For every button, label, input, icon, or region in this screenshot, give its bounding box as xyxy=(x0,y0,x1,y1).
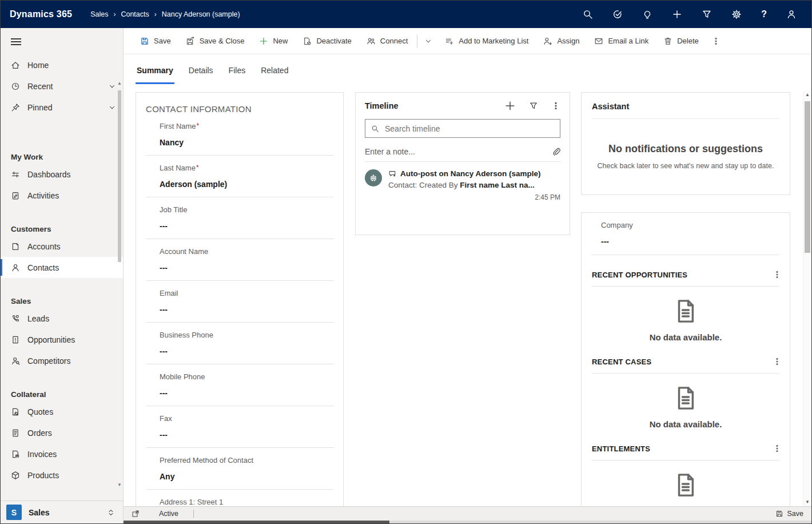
field-fax: Fax --- xyxy=(136,406,343,440)
delete-button[interactable]: Delete xyxy=(656,31,706,51)
filter-icon[interactable] xyxy=(702,9,712,19)
timeline-card: Timeline Enter a note... xyxy=(355,92,570,235)
sidebar-item-contacts[interactable]: Contacts xyxy=(1,257,123,278)
scroll-down-icon[interactable]: ▼ xyxy=(805,498,810,506)
document-lines-icon xyxy=(11,428,20,438)
sidebar-item-label: Pinned xyxy=(27,103,53,112)
app-title[interactable]: Dynamics 365 xyxy=(10,9,72,19)
scrollbar-thumb[interactable] xyxy=(805,101,810,253)
area-switcher[interactable]: S Sales xyxy=(1,501,123,523)
task-check-icon[interactable] xyxy=(612,9,623,19)
sidebar-item-competitors[interactable]: Competitors xyxy=(1,350,123,371)
sidebar-item-activities[interactable]: Activities xyxy=(1,185,123,206)
status-bar-divider xyxy=(193,510,194,518)
field-value[interactable]: Nancy xyxy=(160,138,334,148)
sidebar-item-quotes[interactable]: Quotes xyxy=(1,401,123,422)
tab-related[interactable]: Related xyxy=(260,66,289,84)
note-entry-row[interactable]: Enter a note... xyxy=(365,141,560,162)
breadcrumb-record[interactable]: Nancy Aderson (sample) xyxy=(162,10,240,18)
deactivate-button[interactable]: Deactivate xyxy=(295,31,359,51)
email-a-link-button[interactable]: Email a Link xyxy=(587,31,656,51)
connect-overflow-chevron[interactable] xyxy=(419,31,437,51)
chevron-down-icon[interactable] xyxy=(108,104,116,112)
scroll-up-icon[interactable]: ▲ xyxy=(117,81,122,86)
sidebar-scrollbar-thumb[interactable] xyxy=(118,90,121,262)
tab-details[interactable]: Details xyxy=(188,66,214,84)
statusbar-save-button[interactable]: Save xyxy=(775,510,804,518)
field-value[interactable]: --- xyxy=(160,305,334,315)
sidebar-item-label: Opportunities xyxy=(27,335,75,344)
tab-summary[interactable]: Summary xyxy=(136,66,174,84)
sidebar-item-recent[interactable]: Recent xyxy=(1,76,123,97)
sidebar-item-label: Accounts xyxy=(27,242,61,251)
field-value[interactable]: --- xyxy=(160,347,334,356)
timeline-add-icon[interactable] xyxy=(504,100,516,112)
recent-opportunities-empty-state: No data available. xyxy=(582,287,790,342)
timeline-filter-icon[interactable] xyxy=(529,101,538,110)
sidebar-item-products[interactable]: Products xyxy=(1,465,123,486)
breadcrumb-contacts[interactable]: Contacts xyxy=(121,10,149,18)
tab-files[interactable]: Files xyxy=(228,66,247,84)
timeline-title: Timeline xyxy=(365,101,399,110)
recent-opportunities-more-icon[interactable] xyxy=(773,270,782,279)
sales-area-tile: S xyxy=(6,505,22,520)
sidebar-item-accounts[interactable]: Accounts xyxy=(1,236,123,257)
timeline-post[interactable]: Auto-post on Nancy Aderson (sample) Cont… xyxy=(365,169,560,201)
entitlements-more-icon[interactable] xyxy=(773,444,782,453)
search-icon[interactable] xyxy=(583,9,593,19)
sidebar-scrollbar[interactable]: ▲ ▼ xyxy=(117,81,122,488)
paperclip-icon[interactable] xyxy=(551,147,560,156)
recent-cases-more-icon[interactable] xyxy=(773,357,782,366)
connect-button[interactable]: Connect xyxy=(359,31,415,51)
account-person-icon[interactable] xyxy=(786,9,797,19)
unfold-chevrons-icon[interactable] xyxy=(107,508,115,517)
field-value[interactable]: Aderson (sample) xyxy=(160,180,334,189)
hamburger-menu-icon[interactable] xyxy=(11,37,21,47)
main-area: Save Save & Close New Deactivate Connect xyxy=(124,28,811,523)
save-button[interactable]: Save xyxy=(133,31,178,51)
sidebar-item-leads[interactable]: Leads xyxy=(1,308,123,329)
scroll-up-icon[interactable]: ▲ xyxy=(805,91,810,99)
save-and-close-button[interactable]: Save & Close xyxy=(178,31,252,51)
dashboard-icon xyxy=(11,170,20,179)
help-icon[interactable]: ? xyxy=(761,9,767,19)
summary-tab-content: CONTACT INFORMATION First Name* Nancy La… xyxy=(124,84,811,506)
field-value[interactable]: --- xyxy=(160,221,334,231)
timeline-search-input[interactable] xyxy=(384,124,554,134)
sidebar-item-opportunities[interactable]: Opportunities xyxy=(1,329,123,350)
settings-gear-icon[interactable] xyxy=(731,9,742,19)
horizontal-scrollbar-thumb[interactable] xyxy=(124,521,389,523)
field-value[interactable]: Any xyxy=(160,472,334,482)
sidebar-item-home[interactable]: Home xyxy=(1,54,123,76)
new-button[interactable]: New xyxy=(252,31,295,51)
content-vertical-scrollbar[interactable]: ▲ ▼ xyxy=(803,91,811,506)
sidebar-section-customers: Customers xyxy=(1,217,123,233)
popout-icon[interactable] xyxy=(132,510,140,518)
sidebar-item-label: Competitors xyxy=(27,356,70,366)
add-to-marketing-list-button[interactable]: Add to Marketing List xyxy=(437,31,536,51)
field-value[interactable]: --- xyxy=(160,388,334,398)
command-bar-overflow-button[interactable] xyxy=(706,31,726,51)
field-value[interactable]: --- xyxy=(160,263,334,273)
lightbulb-icon[interactable] xyxy=(642,9,652,19)
chevron-down-icon[interactable] xyxy=(108,82,116,90)
sidebar-item-orders[interactable]: Orders xyxy=(1,422,123,443)
entitlements-title: ENTITLEMENTS xyxy=(592,444,650,453)
field-value[interactable]: --- xyxy=(160,430,334,440)
save-floppy-icon xyxy=(140,37,149,46)
assign-button[interactable]: Assign xyxy=(536,31,587,51)
clock-icon xyxy=(11,82,20,91)
horizontal-scrollbar[interactable] xyxy=(124,521,811,523)
scroll-down-icon[interactable]: ▼ xyxy=(117,482,122,488)
field-job-title: Job Title --- xyxy=(136,197,343,231)
breadcrumb-sales[interactable]: Sales xyxy=(90,10,108,18)
top-nav-bar: Dynamics 365 Sales › Contacts › Nancy Ad… xyxy=(1,1,811,28)
sidebar-item-dashboards[interactable]: Dashboards xyxy=(1,164,123,185)
quick-create-plus-icon[interactable] xyxy=(672,9,682,19)
sidebar-item-pinned[interactable]: Pinned xyxy=(1,97,123,118)
sidebar-item-label: Recent xyxy=(27,82,53,91)
field-value[interactable]: --- xyxy=(601,237,779,247)
sidebar-item-invoices[interactable]: Invoices xyxy=(1,443,123,465)
timeline-more-icon[interactable] xyxy=(551,101,560,110)
area-switcher-label: Sales xyxy=(29,508,50,517)
